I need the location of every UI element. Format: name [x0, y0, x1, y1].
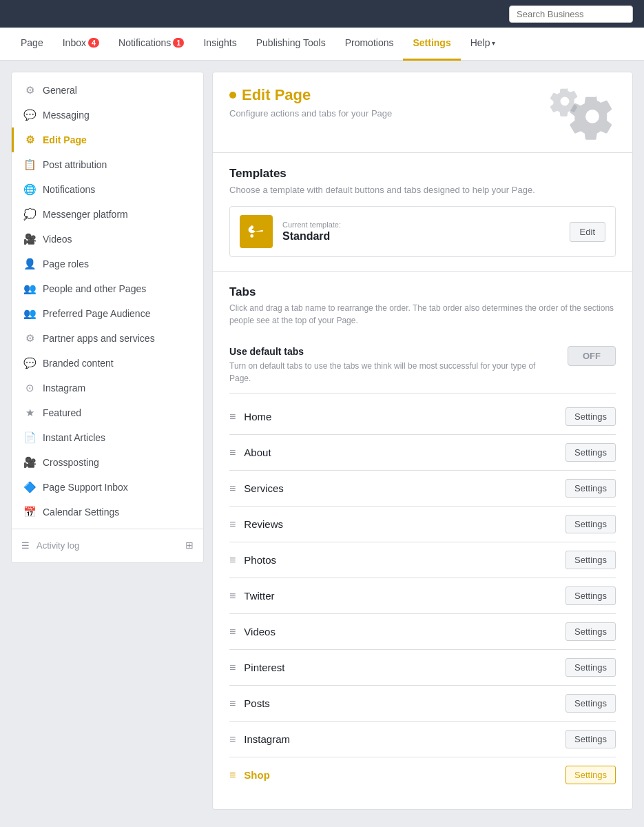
tab-row-shop: ≡ Shop Settings	[229, 757, 616, 793]
tab-row-reviews: ≡ Reviews Settings	[229, 507, 616, 542]
main-content: Edit Page Configure actions and tabs for…	[212, 72, 633, 810]
tab-settings-photos[interactable]: Settings	[565, 551, 616, 569]
sidebar-item-instant-articles[interactable]: 📄 Instant Articles	[12, 425, 203, 450]
sidebar-item-partner-apps[interactable]: ⚙ Partner apps and services	[12, 326, 203, 351]
sidebar-item-label: Videos	[43, 234, 72, 245]
activity-log-label: Activity log	[37, 540, 79, 551]
tab-row-about: ≡ About Settings	[229, 435, 616, 471]
support-icon: 🔷	[23, 481, 36, 493]
gear-icon: ⚙	[23, 84, 36, 96]
sidebar-item-messenger-platform[interactable]: 💭 Messenger platform	[12, 202, 203, 227]
drag-handle-pinterest[interactable]: ≡	[229, 662, 236, 674]
sidebar-item-page-support-inbox[interactable]: 🔷 Page Support Inbox	[12, 475, 203, 500]
top-bar	[0, 0, 644, 28]
sidebar-item-messaging[interactable]: 💬 Messaging	[12, 103, 203, 127]
sidebar-item-label: Edit Page	[43, 134, 87, 145]
tabs-subtitle: Click and drag a tab name to rearrange t…	[229, 302, 616, 327]
sidebar-activity-log[interactable]: ☰ Activity log ⊞	[12, 533, 203, 557]
sidebar-item-notifications[interactable]: 🌐 Notifications	[12, 177, 203, 202]
nav-notifications[interactable]: Notifications 1	[109, 28, 194, 61]
gear-big-icon	[569, 93, 616, 140]
tab-name-instagram: Instagram	[244, 733, 565, 745]
tab-settings-shop[interactable]: Settings	[565, 766, 616, 784]
drag-handle-reviews[interactable]: ≡	[229, 518, 236, 531]
template-info: Current template: Standard	[282, 221, 560, 243]
tab-row-videos: ≡ Videos Settings	[229, 614, 616, 650]
drag-handle-twitter[interactable]: ≡	[229, 590, 236, 602]
people-icon: 👥	[23, 283, 36, 295]
templates-subtitle: Choose a template with default buttons a…	[229, 185, 616, 195]
nav-promotions[interactable]: Promotions	[335, 28, 404, 61]
star-icon: ★	[23, 407, 36, 419]
sidebar-item-label: Notifications	[43, 184, 95, 195]
nav-settings[interactable]: Settings	[403, 28, 460, 61]
sidebar-item-videos[interactable]: 🎥 Videos	[12, 227, 203, 252]
sidebar-item-label: Page roles	[43, 258, 89, 269]
tab-settings-about[interactable]: Settings	[565, 443, 616, 462]
sidebar-item-edit-page[interactable]: ⚙ Edit Page	[12, 127, 203, 152]
sidebar-item-page-roles[interactable]: 👤 Page roles	[12, 252, 203, 276]
tab-row-instagram: ≡ Instagram Settings	[229, 722, 616, 757]
tab-settings-twitter[interactable]: Settings	[565, 586, 616, 605]
sidebar-item-people-other-pages[interactable]: 👥 People and other Pages	[12, 276, 203, 301]
nav-bar: Page Inbox 4 Notifications 1 Insights Pu…	[0, 28, 644, 61]
tab-settings-posts[interactable]: Settings	[565, 694, 616, 713]
default-tabs-row: Use default tabs Turn on default tabs to…	[229, 338, 616, 394]
tab-settings-instagram[interactable]: Settings	[565, 730, 616, 748]
template-current-label: Current template:	[282, 221, 560, 229]
nav-page[interactable]: Page	[11, 28, 53, 61]
tab-settings-videos[interactable]: Settings	[565, 622, 616, 641]
drag-handle-instagram[interactable]: ≡	[229, 733, 236, 746]
tab-settings-reviews[interactable]: Settings	[565, 515, 616, 533]
tab-row-home: ≡ Home Settings	[229, 399, 616, 435]
sidebar-item-calendar-settings[interactable]: 📅 Calendar Settings	[12, 500, 203, 524]
tab-settings-home[interactable]: Settings	[565, 407, 616, 426]
tab-row-posts: ≡ Posts Settings	[229, 686, 616, 722]
drag-handle-home[interactable]: ≡	[229, 411, 236, 423]
sidebar-item-general[interactable]: ⚙ General	[12, 78, 203, 103]
sidebar-item-featured[interactable]: ★ Featured	[12, 400, 203, 425]
tab-settings-pinterest[interactable]: Settings	[565, 658, 616, 677]
default-tabs-desc: Turn on default tabs to use the tabs we …	[229, 360, 557, 385]
sidebar: ⚙ General 💬 Messaging ⚙ Edit Page 📋 Post…	[11, 72, 204, 563]
video-icon: 🎥	[23, 233, 36, 245]
tabs-title: Tabs	[229, 285, 616, 299]
search-input[interactable]	[509, 6, 633, 23]
branded-icon: 💬	[23, 357, 36, 369]
sidebar-item-post-attribution[interactable]: 📋 Post attribution	[12, 152, 203, 177]
sidebar-item-label: Preferred Page Audience	[43, 308, 150, 319]
audience-icon: 👥	[23, 307, 36, 320]
template-current-name: Standard	[282, 230, 560, 243]
tab-name-photos: Photos	[244, 554, 565, 566]
messenger-icon: 💭	[23, 208, 36, 221]
person-icon: 👤	[23, 258, 36, 270]
drag-handle-posts[interactable]: ≡	[229, 697, 236, 710]
drag-handle-about[interactable]: ≡	[229, 447, 236, 459]
drag-handle-shop[interactable]: ≡	[229, 769, 236, 782]
sidebar-item-branded-content[interactable]: 💬 Branded content	[12, 351, 203, 376]
template-edit-button[interactable]: Edit	[570, 222, 605, 242]
default-tabs-toggle[interactable]: OFF	[568, 346, 616, 366]
sidebar-item-instagram[interactable]: ⊙ Instagram	[12, 376, 203, 400]
sidebar-item-preferred-audience[interactable]: 👥 Preferred Page Audience	[12, 301, 203, 326]
page-subtitle: Configure actions and tabs for your Page	[229, 108, 392, 119]
instagram-icon: ⊙	[23, 382, 36, 394]
gear-icon-group	[547, 86, 616, 141]
sidebar-item-label: People and other Pages	[43, 283, 146, 294]
nav-inbox[interactable]: Inbox 4	[53, 28, 109, 61]
nav-publishing-tools[interactable]: Publishing Tools	[247, 28, 335, 61]
sidebar-item-label: Page Support Inbox	[43, 482, 128, 493]
nav-insights[interactable]: Insights	[194, 28, 246, 61]
nav-help[interactable]: Help ▾	[461, 28, 506, 61]
sidebar-item-label: Branded content	[43, 358, 114, 369]
sidebar-item-label: Instagram	[43, 382, 85, 394]
drag-handle-videos[interactable]: ≡	[229, 626, 236, 638]
apps-icon: ⚙	[23, 332, 36, 345]
tab-settings-services[interactable]: Settings	[565, 479, 616, 498]
activity-log-icon: ☰	[21, 540, 30, 551]
default-tabs-label: Use default tabs	[229, 346, 557, 357]
drag-handle-services[interactable]: ≡	[229, 482, 236, 495]
tab-name-shop: Shop	[244, 769, 565, 781]
sidebar-item-crossposting[interactable]: 🎥 Crossposting	[12, 450, 203, 475]
drag-handle-photos[interactable]: ≡	[229, 554, 236, 566]
